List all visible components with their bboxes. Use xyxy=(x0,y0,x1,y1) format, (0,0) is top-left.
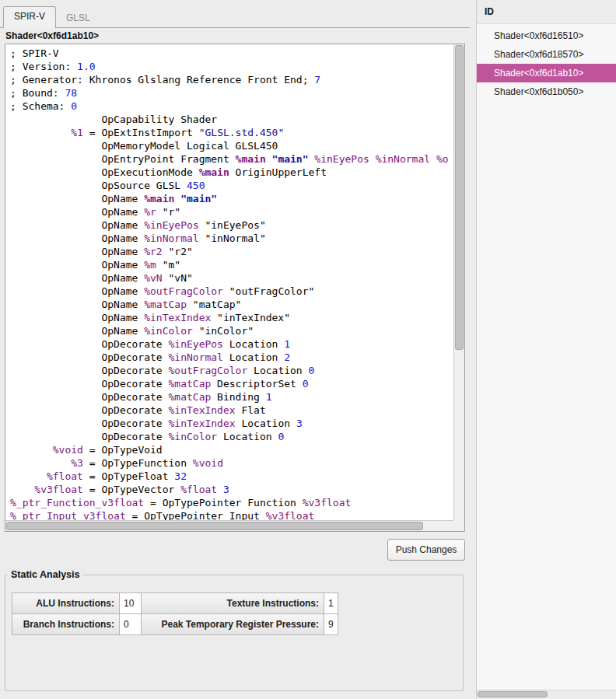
code-line: ; Version: 1.0 xyxy=(10,60,453,73)
shader-list-item[interactable]: Shader<0xf6d1b050> xyxy=(477,82,616,101)
tab-bar: SPIR-V GLSL xyxy=(3,7,100,28)
id-column-header: ID xyxy=(477,0,616,24)
code-line: OpName %r "r" xyxy=(10,205,453,218)
shader-list: Shader<0xf6d16510> Shader<0xf6d18570> Sh… xyxy=(477,26,616,101)
code-line: %_ptr_Function_v3float = OpTypePointer F… xyxy=(10,496,453,509)
shader-id-label: Shader<0xf6d1ab10> xyxy=(5,30,99,41)
code-line: OpName %inColor "inColor" xyxy=(10,324,453,337)
code-content[interactable]: ; SPIR-V; Version: 1.0; Generator: Khron… xyxy=(5,44,453,520)
peak-register-pressure-label: Peak Temporary Register Pressure: xyxy=(142,614,324,635)
code-line: OpExecutionMode %main OriginUpperLeft xyxy=(10,166,453,179)
scrollbar-corner xyxy=(453,520,464,531)
code-line: OpDecorate %inNormal Location 2 xyxy=(10,351,453,364)
code-line: OpName %outFragColor "outFragColor" xyxy=(10,285,453,298)
tab-glsl[interactable]: GLSL xyxy=(56,9,100,28)
texture-instructions-label: Texture Instructions: xyxy=(142,593,324,614)
code-line: %1 = OpExtInstImport "GLSL.std.450" xyxy=(10,126,453,139)
code-line: OpCapability Shader xyxy=(10,113,453,126)
code-line: OpName %m "m" xyxy=(10,258,453,271)
code-line: %void = OpTypeVoid xyxy=(10,443,453,456)
code-line: OpDecorate %inColor Location 0 xyxy=(10,430,453,443)
code-line: OpSource GLSL 450 xyxy=(10,179,453,192)
static-analysis-groupbox: Static Analysis ALU Instructions: 10 Tex… xyxy=(5,575,464,691)
code-line: OpName %r2 "r2" xyxy=(10,245,453,258)
shader-list-item[interactable]: Shader<0xf6d1ab10> xyxy=(477,64,616,82)
static-analysis-title: Static Analysis xyxy=(7,569,83,580)
code-line: %float = OpTypeFloat 32 xyxy=(10,470,453,483)
panel-horizontal-scrollbar-thumb[interactable] xyxy=(478,691,548,697)
shader-list-item[interactable]: Shader<0xf6d18570> xyxy=(477,45,616,64)
push-changes-button[interactable]: Push Changes xyxy=(387,539,465,561)
code-line: ; SPIR-V xyxy=(10,47,453,60)
code-line: %_ptr_Input_v3float = OpTypePointer Inpu… xyxy=(10,509,453,520)
code-line: OpDecorate %matCap DescriptorSet 0 xyxy=(10,377,453,390)
code-line: ; Schema: 0 xyxy=(10,100,453,113)
code-line: OpDecorate %matCap Binding 1 xyxy=(10,390,453,404)
panel-horizontal-scrollbar[interactable] xyxy=(477,690,616,699)
alu-instructions-value: 10 xyxy=(120,593,142,614)
code-line: OpDecorate %inTexIndex Flat xyxy=(10,404,453,417)
code-line: %v3float = OpTypeVector %float 3 xyxy=(10,483,453,496)
code-line: %3 = OpTypeFunction %void xyxy=(10,456,453,470)
tab-spirv[interactable]: SPIR-V xyxy=(3,6,56,28)
branch-instructions-value: 0 xyxy=(120,614,142,635)
code-line: OpName %inTexIndex "inTexIndex" xyxy=(10,311,453,324)
code-line: OpName %inEyePos "inEyePos" xyxy=(10,218,453,232)
code-line: ; Bound: 78 xyxy=(10,86,453,100)
shader-list-item[interactable]: Shader<0xf6d16510> xyxy=(477,26,616,45)
code-line: OpMemoryModel Logical GLSL450 xyxy=(10,139,453,152)
vertical-scrollbar[interactable] xyxy=(453,44,464,520)
code-line: ; Generator: Khronos Glslang Reference F… xyxy=(10,73,453,86)
peak-register-pressure-value: 9 xyxy=(324,614,338,635)
shader-edit-panel: SPIR-V GLSL Shader<0xf6d1ab10> ; SPIR-V;… xyxy=(0,0,470,699)
code-editor: ; SPIR-V; Version: 1.0; Generator: Khron… xyxy=(5,44,465,532)
analysis-table: ALU Instructions: 10 Texture Instruction… xyxy=(12,592,338,635)
code-line: OpDecorate %outFragColor Location 0 xyxy=(10,364,453,377)
code-line: OpName %main "main" xyxy=(10,192,453,205)
code-line: OpDecorate %inTexIndex Location 3 xyxy=(10,417,453,430)
code-line: OpEntryPoint Fragment %main "main" %inEy… xyxy=(10,152,453,166)
horizontal-scrollbar-thumb[interactable] xyxy=(6,522,423,530)
alu-instructions-label: ALU Instructions: xyxy=(12,593,120,614)
branch-instructions-label: Branch Instructions: xyxy=(12,614,120,635)
code-line: OpName %vN "vN" xyxy=(10,271,453,285)
code-line: OpName %inNormal "inNormal" xyxy=(10,232,453,245)
code-line: OpDecorate %inEyePos Location 1 xyxy=(10,337,453,351)
code-line: OpName %matCap "matCap" xyxy=(10,298,453,311)
horizontal-scrollbar[interactable] xyxy=(5,520,453,531)
texture-instructions-value: 1 xyxy=(324,593,338,614)
vertical-scrollbar-thumb[interactable] xyxy=(455,45,464,350)
shader-id-list-panel: ID Shader<0xf6d16510> Shader<0xf6d18570>… xyxy=(476,0,616,699)
